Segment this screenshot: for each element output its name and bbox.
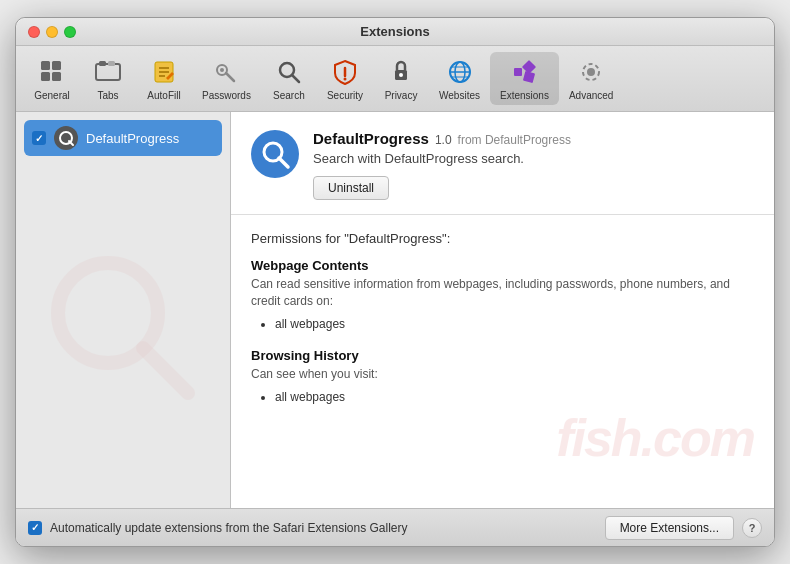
permission-group-history: Browsing History Can see when you visit:… <box>251 348 754 407</box>
extension-detail-name: DefaultProgress <box>313 130 429 147</box>
title-bar: Extensions <box>16 18 774 46</box>
svg-rect-3 <box>52 72 61 81</box>
auto-update-label: Automatically update extensions from the… <box>50 521 597 535</box>
general-icon <box>36 56 68 88</box>
extension-header: DefaultProgress 1.0 from DefaultProgress… <box>231 112 774 215</box>
advanced-label: Advanced <box>569 90 613 101</box>
toolbar-item-autofill[interactable]: AutoFill <box>136 52 192 105</box>
svg-rect-0 <box>41 61 50 70</box>
footer: Automatically update extensions from the… <box>16 508 774 546</box>
svg-point-13 <box>220 68 224 72</box>
svg-line-35 <box>279 158 288 167</box>
extension-item-name: DefaultProgress <box>86 131 179 146</box>
main-content: DefaultProgress <box>16 112 774 508</box>
perm-group-desc-webpage: Can read sensitive information from webp… <box>251 276 754 310</box>
svg-point-32 <box>58 263 158 363</box>
minimize-button[interactable] <box>46 26 58 38</box>
security-label: Security <box>327 90 363 101</box>
extension-info: DefaultProgress 1.0 from DefaultProgress… <box>313 130 754 200</box>
toolbar: General Tabs A <box>16 46 774 112</box>
tabs-label: Tabs <box>97 90 118 101</box>
perm-group-title-history: Browsing History <box>251 348 754 363</box>
autofill-icon <box>148 56 180 88</box>
websites-icon <box>444 56 476 88</box>
traffic-lights <box>28 26 76 38</box>
maximize-button[interactable] <box>64 26 76 38</box>
close-button[interactable] <box>28 26 40 38</box>
toolbar-item-privacy[interactable]: Privacy <box>373 52 429 105</box>
toolbar-item-search[interactable]: Search <box>261 52 317 105</box>
toolbar-item-advanced[interactable]: Advanced <box>559 52 623 105</box>
preferences-window: Extensions General T <box>15 17 775 547</box>
autofill-label: AutoFill <box>147 90 180 101</box>
sidebar-watermark <box>16 188 230 488</box>
extension-item-icon <box>54 126 78 150</box>
uninstall-button[interactable]: Uninstall <box>313 176 389 200</box>
svg-rect-25 <box>514 68 522 76</box>
perm-list-webpage: all webpages <box>251 315 754 334</box>
extension-version: 1.0 <box>435 133 452 147</box>
general-label: General <box>34 90 70 101</box>
svg-point-19 <box>399 73 403 77</box>
permission-group-webpage: Webpage Contents Can read sensitive info… <box>251 258 754 334</box>
websites-label: Websites <box>439 90 480 101</box>
svg-rect-4 <box>96 64 120 80</box>
toolbar-item-general[interactable]: General <box>24 52 80 105</box>
perm-item: all webpages <box>275 388 754 407</box>
extensions-label: Extensions <box>500 90 549 101</box>
privacy-icon <box>385 56 417 88</box>
window-title: Extensions <box>360 24 429 39</box>
permissions-title: Permissions for "DefaultProgress": <box>251 231 754 246</box>
tabs-icon <box>92 56 124 88</box>
privacy-label: Privacy <box>385 90 418 101</box>
svg-line-31 <box>69 141 73 145</box>
svg-line-15 <box>292 75 299 82</box>
extension-list-item[interactable]: DefaultProgress <box>24 120 222 156</box>
toolbar-item-security[interactable]: Security <box>317 52 373 105</box>
permissions-section: Permissions for "DefaultProgress": Webpa… <box>231 215 774 437</box>
search-icon <box>273 56 305 88</box>
svg-rect-5 <box>99 61 106 66</box>
passwords-label: Passwords <box>202 90 251 101</box>
extension-checkbox[interactable] <box>32 131 46 145</box>
toolbar-item-tabs[interactable]: Tabs <box>80 52 136 105</box>
help-button[interactable]: ? <box>742 518 762 538</box>
auto-update-checkbox[interactable] <box>28 521 42 535</box>
extension-description: Search with DefaultProgress search. <box>313 151 754 166</box>
extensions-icon <box>508 56 540 88</box>
extension-detail-icon <box>251 130 299 178</box>
toolbar-item-extensions[interactable]: Extensions <box>490 52 559 105</box>
perm-item: all webpages <box>275 315 754 334</box>
extensions-sidebar: DefaultProgress <box>16 112 231 508</box>
security-icon <box>329 56 361 88</box>
svg-rect-6 <box>108 61 115 66</box>
perm-group-desc-history: Can see when you visit: <box>251 366 754 383</box>
svg-rect-2 <box>41 72 50 81</box>
svg-line-12 <box>226 73 234 81</box>
search-label: Search <box>273 90 305 101</box>
extension-from: from DefaultProgress <box>458 133 571 147</box>
svg-line-33 <box>143 348 188 393</box>
svg-rect-1 <box>52 61 61 70</box>
toolbar-item-websites[interactable]: Websites <box>429 52 490 105</box>
extension-detail-panel: DefaultProgress 1.0 from DefaultProgress… <box>231 112 774 508</box>
perm-group-title-webpage: Webpage Contents <box>251 258 754 273</box>
advanced-icon <box>575 56 607 88</box>
passwords-icon <box>210 56 242 88</box>
toolbar-item-passwords[interactable]: Passwords <box>192 52 261 105</box>
more-extensions-button[interactable]: More Extensions... <box>605 516 734 540</box>
perm-list-history: all webpages <box>251 388 754 407</box>
extension-title-line: DefaultProgress 1.0 from DefaultProgress <box>313 130 754 147</box>
svg-point-28 <box>587 68 595 76</box>
svg-point-17 <box>343 78 346 81</box>
svg-rect-27 <box>523 71 535 83</box>
